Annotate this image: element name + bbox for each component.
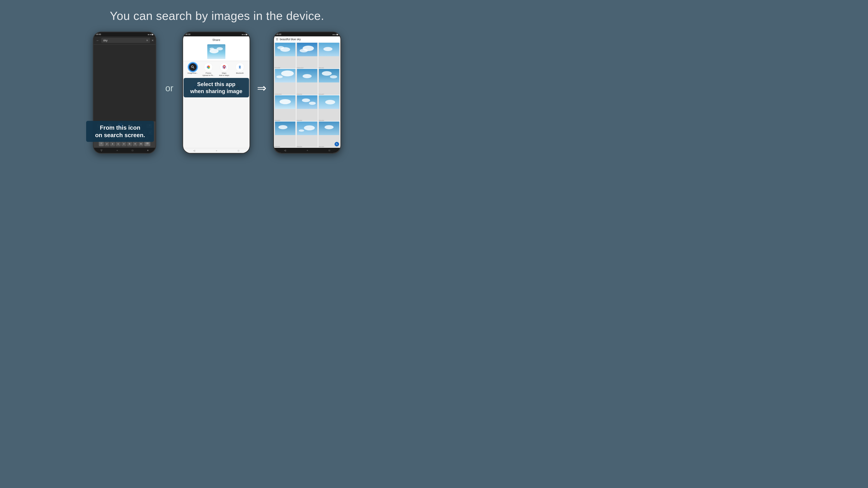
grid-cell-7[interactable]: 600x600 [274, 95, 296, 121]
phone1-status-bar: 00:00 ▲▲ ▮▮ [94, 32, 156, 36]
grid-label-7: 600x600 [275, 120, 280, 121]
phone2-back-btn[interactable]: ◁ [193, 149, 195, 152]
maps-label: MapsAdd to Maps [219, 72, 229, 76]
phone3: 00:00 ▲▲ ▮▮ ☰ beautiful blue sky [273, 32, 341, 154]
maps-svg [222, 65, 227, 70]
kb-key-x[interactable]: x [110, 141, 115, 146]
phone1-time: 00:00 [96, 33, 101, 35]
phone3-back-btn[interactable]: ◁ [284, 149, 286, 152]
svg-point-5 [210, 48, 214, 50]
share-app-maps[interactable]: MapsAdd to Maps [218, 63, 230, 76]
grid-label-2: 2000x1217 [297, 67, 304, 68]
bluetooth-icon [236, 63, 244, 71]
search-clear-icon[interactable]: ✕ [146, 39, 148, 42]
grid-cell-3[interactable]: 800x451 [318, 43, 340, 68]
svg-point-13 [300, 49, 308, 53]
nav-home-btn[interactable]: ○ [116, 149, 118, 152]
kb-key-z[interactable]: z [104, 141, 110, 146]
svg-point-25 [279, 99, 291, 104]
svg-rect-21 [319, 69, 339, 83]
svg-point-35 [299, 129, 304, 132]
svg-point-28 [309, 102, 316, 105]
svg-point-15 [323, 47, 333, 51]
arrow-connector: ⇒ [250, 82, 273, 95]
nav-back-btn[interactable]: ▽ [101, 149, 102, 152]
grid-label-9: 322x200 [319, 120, 324, 121]
or-connector: or [156, 83, 182, 93]
kb-row-3: ⇧ z x c v b n m ⌫ [94, 141, 155, 146]
phone1-search-toolbar: ← sky ✕ ✕ [94, 36, 156, 44]
phone2-nav-bar: ◁ ○ □ [183, 148, 250, 153]
nav-recents-btn[interactable]: □ [132, 149, 133, 152]
photos-icon [204, 63, 213, 71]
svg-point-30 [325, 100, 335, 104]
phone2-home-btn[interactable]: ○ [216, 149, 217, 152]
phones-container: 00:00 ▲▲ ▮▮ ← sky ✕ ✕ 🎤 [0, 32, 434, 154]
maps-icon [220, 63, 228, 71]
sky-thumbnail-svg [207, 44, 225, 59]
kb-key-b[interactable]: b [127, 141, 132, 146]
grid-search-btn[interactable] [335, 142, 339, 147]
grid-cell-2[interactable]: 2000x1217 [296, 43, 318, 68]
share-image-preview [183, 42, 250, 61]
grid-cell-9[interactable]: 322x200 [318, 95, 340, 121]
share-app-imagesearch[interactable]: ImageSear... [186, 63, 199, 74]
kb-key-m[interactable]: m [138, 141, 144, 146]
phone2-status-bar: 00:00 ▲▲ ▮▮ [183, 32, 250, 36]
grid-cell-1[interactable]: 612x408 [274, 43, 296, 68]
svg-point-10 [277, 46, 284, 49]
phone3-status-icons: ▲▲ ▮▮ [332, 33, 338, 35]
svg-point-34 [304, 125, 315, 130]
grid-cell-10[interactable]: 800x534 [274, 122, 296, 147]
share-sheet-title: Share [183, 36, 250, 42]
back-arrow-icon[interactable]: ← [95, 39, 100, 42]
share-app-photos[interactable]: PhotosUpload to Ph... [202, 63, 215, 76]
grid-cell-11[interactable]: 450x300 [296, 122, 318, 147]
grid-cell-8[interactable]: 322x200 [296, 95, 318, 121]
nav-menu-btn[interactable]: ≡ [147, 149, 149, 152]
kb-key-n[interactable]: n [133, 141, 138, 146]
phone1-status-icons: ▲▲ ▮▮ [147, 33, 153, 35]
phone2-signal-icon: ▮▮ [246, 33, 247, 35]
phone3-wifi-icon: ▲▲ [332, 33, 336, 35]
kb-backspace-key[interactable]: ⌫ [144, 141, 150, 146]
kb-shift-key[interactable]: ⇧ [99, 141, 104, 146]
svg-point-20 [303, 74, 312, 78]
results-search-query[interactable]: beautiful blue sky [280, 38, 339, 41]
phone3-recents-btn[interactable]: □ [329, 149, 330, 152]
imagesearch-icon [188, 63, 197, 71]
share-app-bluetooth[interactable]: Bluetooth [234, 63, 246, 74]
kb-key-c[interactable]: c [116, 141, 121, 146]
grid-label-12: 601x300 [319, 146, 324, 147]
phone3-home-btn[interactable]: ○ [307, 149, 308, 152]
phone2-time: 00:00 [185, 33, 191, 35]
phone2-wrapper: 00:00 ▲▲ ▮▮ Share [182, 32, 250, 154]
grid-cell-12[interactable]: 601x300 [318, 122, 340, 147]
bluetooth-label: Bluetooth [236, 72, 244, 74]
signal-icon: ▮▮ [151, 33, 153, 35]
grid-label-1: 612x408 [275, 67, 280, 68]
grid-label-11: 450x300 [297, 146, 302, 147]
phone3-status-bar: 00:00 ▲▲ ▮▮ [274, 32, 340, 36]
share-image-thumb [207, 44, 225, 59]
phone3-time: 00:00 [276, 33, 281, 35]
phone3-wrapper: 00:00 ▲▲ ▮▮ ☰ beautiful blue sky [273, 32, 341, 154]
phone1-tooltip: From this iconon search screen. [86, 121, 154, 142]
phone2-recents-btn[interactable]: □ [238, 149, 239, 152]
grid-label-3: 800x451 [319, 67, 324, 68]
phone1-search-field[interactable]: sky ✕ [101, 38, 150, 43]
search-close-icon[interactable]: ✕ [151, 39, 154, 42]
grid-label-6: 910x607 [319, 93, 324, 95]
hamburger-icon[interactable]: ☰ [276, 37, 278, 41]
grid-label-4: 1500x1125 [275, 93, 282, 95]
grid-cell-6[interactable]: 910x607 [318, 69, 340, 95]
phone2-tooltip: Select this appwhen sharing image [184, 78, 249, 97]
imagesearch-label: ImageSear... [188, 72, 198, 74]
phone2-tooltip-text: Select this appwhen sharing image [190, 81, 242, 94]
grid-cell-5[interactable]: 508x339 [296, 69, 318, 95]
svg-point-37 [324, 125, 334, 129]
page-title: You can search by images in the device. [110, 9, 324, 23]
grid-cell-4[interactable]: 1500x1125 [274, 69, 296, 95]
kb-key-v[interactable]: v [121, 141, 126, 146]
svg-point-27 [302, 98, 310, 102]
